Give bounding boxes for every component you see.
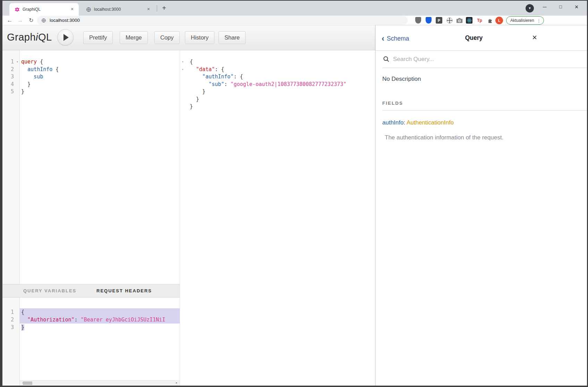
update-label: Aktualisieren xyxy=(510,18,534,23)
react-devtools-extension-icon[interactable] xyxy=(466,17,473,24)
code-text: "data": { xyxy=(188,66,375,74)
fold-arrow-icon[interactable]: ▾ xyxy=(180,66,188,74)
tab-close-icon[interactable]: × xyxy=(145,6,152,12)
search-icon xyxy=(383,56,390,64)
move-tool-extension-icon[interactable] xyxy=(446,17,453,24)
code-text: authInfo { xyxy=(20,66,180,74)
doc-search-input[interactable] xyxy=(392,54,573,64)
code-text: query { xyxy=(20,58,180,66)
doc-search-row xyxy=(376,51,587,68)
site-info-globe-icon[interactable] xyxy=(41,18,46,23)
tab-graphiql[interactable]: GraphiQL × xyxy=(9,3,79,16)
fold-arrow-icon[interactable]: ▾ xyxy=(15,58,20,66)
code-line[interactable]: ▾{ xyxy=(180,58,375,66)
fold-arrow-icon[interactable]: ▾ xyxy=(180,58,188,66)
code-line[interactable]: ▾ "data": { xyxy=(180,66,375,74)
window-minimize-button[interactable]: ─ xyxy=(537,1,552,13)
camera-extension-icon[interactable] xyxy=(456,17,463,24)
code-line[interactable]: } xyxy=(180,88,375,96)
code-text: } xyxy=(188,96,375,103)
p-extension-icon[interactable]: P xyxy=(435,17,443,24)
copy-button[interactable]: Copy xyxy=(154,31,180,44)
browser-menu-kebab-icon[interactable]: ⋮ xyxy=(537,18,541,23)
history-button[interactable]: History xyxy=(185,31,214,44)
doc-explorer-body: No Description FIELDS authInfo: Authenti… xyxy=(376,68,587,386)
code-line[interactable]: "sub": "google-oauth2|108377380082777232… xyxy=(180,81,375,88)
fold-arrow-icon xyxy=(15,81,20,88)
back-button[interactable]: ← xyxy=(5,16,14,25)
merge-button[interactable]: Merge xyxy=(120,31,148,44)
tab-localhost[interactable]: localhost:3000 × xyxy=(81,3,155,16)
code-text: } xyxy=(20,88,180,96)
gutter-cell: 4 xyxy=(2,81,20,88)
code-line[interactable]: 2 authInfo { xyxy=(2,66,180,74)
browser-tabstrip: GraphiQL × localhost:3000 × + ▾ ─ □ × xyxy=(2,1,587,16)
result-viewer[interactable]: ▾{▾ "data": { "authInfo": { "sub": "goog… xyxy=(180,50,375,386)
code-line[interactable]: 5} xyxy=(2,88,180,96)
graphiql-toolbar: GraphiQL Prettify Merge Copy History Sha… xyxy=(2,25,375,50)
code-line[interactable]: 2 "Authorization": "Bearer eyJhbGciOiJSU… xyxy=(2,316,180,324)
gutter-cell: 1 xyxy=(2,308,20,316)
address-bar[interactable]: localhost:3000 xyxy=(37,16,408,25)
gutter-cell: 2 xyxy=(2,66,20,74)
request-headers-editor[interactable]: 1{2 "Authorization": "Bearer eyJhbGciOiJ… xyxy=(2,298,180,386)
play-icon xyxy=(63,34,69,41)
code-text: { xyxy=(188,58,375,66)
fold-arrow-icon xyxy=(15,316,20,324)
bitwarden-extension-icon[interactable] xyxy=(425,17,432,24)
code-line[interactable]: "authInfo": { xyxy=(180,73,375,81)
tab-search-button[interactable]: ▾ xyxy=(526,4,534,12)
horizontal-scrollbar[interactable]: ◄ ► xyxy=(20,380,180,386)
tab-request-headers[interactable]: REQUEST HEADERS xyxy=(96,284,152,297)
gutter-cell: 3 xyxy=(2,324,20,331)
reload-button[interactable]: ↻ xyxy=(27,16,36,25)
fold-arrow-icon xyxy=(180,81,188,88)
doc-fields-heading: FIELDS xyxy=(382,101,587,111)
new-tab-button[interactable]: + xyxy=(159,3,169,13)
secondary-editor-tabbar: QUERY VARIABLES REQUEST HEADERS xyxy=(2,284,180,298)
code-line[interactable]: 3} xyxy=(2,324,180,331)
field-type-link[interactable]: AuthenticationInfo xyxy=(407,119,454,126)
code-text: { xyxy=(20,308,180,316)
code-line[interactable]: 1{ xyxy=(2,308,180,316)
field-name-link[interactable]: authInfo xyxy=(382,119,403,126)
gutter-cell: 5 xyxy=(2,88,20,96)
code-text: "authInfo": { xyxy=(188,73,375,81)
doc-close-icon[interactable]: × xyxy=(530,33,539,42)
prettify-button[interactable]: Prettify xyxy=(83,31,113,44)
window-close-button[interactable]: × xyxy=(569,1,584,13)
share-button[interactable]: Share xyxy=(219,31,246,44)
line-number: 1 xyxy=(2,58,15,66)
window-maximize-button[interactable]: □ xyxy=(553,1,568,13)
code-line[interactable]: } xyxy=(180,96,375,103)
graphiql-logo-icon xyxy=(14,7,20,12)
scrollbar-thumb[interactable] xyxy=(23,381,32,385)
scroll-right-icon[interactable]: ► xyxy=(174,380,179,386)
code-line[interactable]: 4 } xyxy=(2,81,180,88)
code-line[interactable]: 1▾query { xyxy=(2,58,180,66)
line-number: 2 xyxy=(2,66,15,74)
tab-query-variables[interactable]: QUERY VARIABLES xyxy=(23,284,76,297)
tampermonkey-extension-icon[interactable]: Tp xyxy=(476,17,483,24)
extensions-puzzle-icon[interactable] xyxy=(486,17,494,24)
doc-type-description: No Description xyxy=(382,76,587,83)
ublock-extension-icon[interactable] xyxy=(415,17,422,24)
browser-window: GraphiQL × localhost:3000 × + ▾ ─ □ × ← … xyxy=(2,1,587,386)
code-text: "Authorization": "Bearer eyJhbGciOiJSUzI… xyxy=(20,316,180,324)
query-editor[interactable]: 1▾query {2 authInfo {3 sub4 }5} xyxy=(2,50,180,284)
tab-close-icon[interactable]: × xyxy=(69,6,75,12)
code-text: } xyxy=(20,324,180,331)
doc-field-row: authInfo: AuthenticationInfo xyxy=(382,119,587,126)
code-text: } xyxy=(20,81,180,88)
code-line[interactable]: } xyxy=(180,103,375,111)
line-number: 3 xyxy=(2,73,15,81)
forward-button[interactable]: → xyxy=(16,16,25,25)
field-description: The authentication information of the re… xyxy=(385,134,587,141)
chrome-update-button[interactable]: Aktualisieren ⋮ xyxy=(506,16,544,25)
code-line[interactable]: 3 sub xyxy=(2,73,180,81)
line-number: 4 xyxy=(2,81,15,88)
line-number: 3 xyxy=(2,324,15,331)
profile-avatar[interactable]: L xyxy=(495,17,503,24)
execute-query-button[interactable] xyxy=(57,29,74,45)
code-text: } xyxy=(188,103,375,111)
